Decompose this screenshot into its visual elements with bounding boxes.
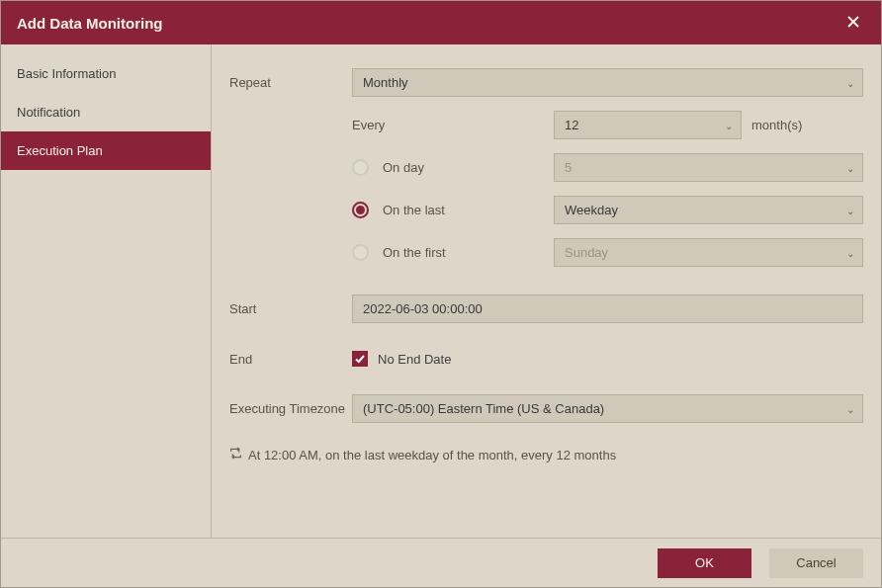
chevron-down-icon: ⌄: [725, 120, 733, 130]
every-label: Every: [352, 118, 385, 132]
every-suffix: month(s): [751, 118, 802, 132]
chevron-down-icon: ⌄: [846, 403, 854, 414]
radio-on-day[interactable]: [352, 159, 369, 176]
schedule-summary: At 12:00 AM, on the last weekday of the …: [229, 447, 863, 462]
radio-on-first[interactable]: [352, 244, 369, 261]
no-end-date-label: No End Date: [378, 352, 451, 367]
on-first-select-value: Sunday: [565, 245, 608, 260]
dialog-footer: OK Cancel: [1, 538, 881, 587]
repeat-label: Repeat: [229, 75, 352, 90]
timezone-select-value: (UTC-05:00) Eastern Time (US & Canada): [363, 401, 604, 416]
chevron-down-icon: ⌄: [846, 247, 854, 258]
sidebar-item-execution-plan[interactable]: Execution Plan: [1, 131, 211, 170]
cancel-button[interactable]: Cancel: [769, 548, 863, 578]
chevron-down-icon: ⌄: [846, 77, 854, 88]
timezone-label: Executing Timezone: [229, 401, 352, 416]
every-select-value: 12: [565, 118, 578, 132]
start-label: Start: [229, 301, 352, 316]
on-first-label: On the first: [383, 245, 446, 260]
sidebar: Basic Information Notification Execution…: [1, 44, 212, 538]
on-last-label: On the last: [383, 203, 445, 217]
content-pane: Repeat Monthly ⌄ Every 12 ⌄: [212, 44, 881, 538]
no-end-date-checkbox[interactable]: [352, 351, 368, 367]
start-input-value: 2022-06-03 00:00:00: [363, 301, 483, 316]
start-input[interactable]: 2022-06-03 00:00:00: [352, 294, 863, 323]
sidebar-item-basic-information[interactable]: Basic Information: [1, 54, 211, 93]
every-select[interactable]: 12 ⌄: [554, 111, 742, 139]
title-bar: Add Data Monitoring: [1, 1, 881, 44]
timezone-select[interactable]: (UTC-05:00) Eastern Time (US & Canada) ⌄: [352, 394, 863, 423]
radio-on-last[interactable]: [352, 202, 369, 218]
repeat-select-value: Monthly: [363, 75, 408, 90]
ok-button[interactable]: OK: [658, 548, 751, 578]
on-day-label: On day: [383, 160, 424, 175]
add-data-monitoring-dialog: Add Data Monitoring Basic Information No…: [0, 0, 882, 588]
dialog-body: Basic Information Notification Execution…: [1, 44, 881, 538]
repeat-icon: [229, 447, 242, 462]
schedule-summary-text: At 12:00 AM, on the last weekday of the …: [248, 448, 616, 462]
on-day-select-value: 5: [565, 160, 572, 175]
close-icon[interactable]: [841, 10, 865, 36]
on-day-select[interactable]: 5 ⌄: [554, 153, 863, 182]
on-first-select[interactable]: Sunday ⌄: [554, 238, 863, 267]
on-last-select[interactable]: Weekday ⌄: [554, 196, 863, 224]
dialog-title: Add Data Monitoring: [17, 15, 162, 32]
chevron-down-icon: ⌄: [846, 162, 854, 173]
repeat-select[interactable]: Monthly ⌄: [352, 68, 863, 97]
chevron-down-icon: ⌄: [846, 205, 854, 215]
end-label: End: [229, 352, 352, 367]
on-last-select-value: Weekday: [565, 203, 618, 217]
sidebar-item-notification[interactable]: Notification: [1, 93, 211, 131]
